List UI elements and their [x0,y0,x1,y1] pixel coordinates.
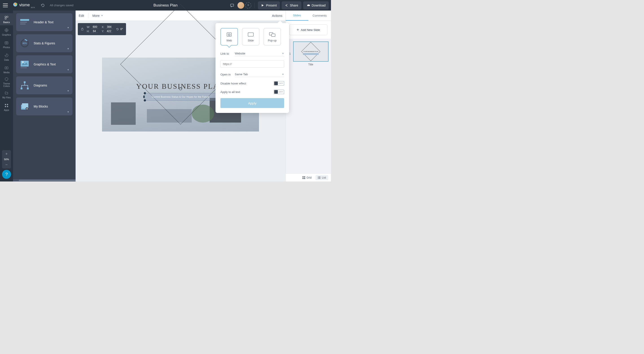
selection-handle[interactable] [144,99,146,101]
view-list-label: List [322,176,326,179]
apply-all-toggle[interactable]: OFF [274,90,284,94]
rail-media[interactable]: Media [0,63,13,75]
block-thumb: ★ [20,101,30,111]
block-my-blocks[interactable]: ★ My Blocks ▼ [16,97,72,115]
chevron-down-icon: ▼ [67,26,69,29]
h-scrollbar[interactable] [13,179,76,181]
rail-label: Data [4,59,9,61]
zoom-out[interactable]: − [6,163,8,167]
height-input[interactable] [91,29,98,33]
zoom-control: + 50% − [2,150,11,168]
svg-rect-16 [20,22,27,23]
rail-graphics[interactable]: Graphics [0,26,13,38]
open-in-select[interactable]: Same Tab ▼ [235,72,284,77]
url-input[interactable] [220,60,284,68]
apply-all-label: Apply to all text [220,90,240,94]
view-grid-label: Grid [306,176,312,179]
lock-icon[interactable] [81,27,84,31]
view-list[interactable]: List [316,175,328,180]
rail-bottom: + 50% − ? [2,150,11,181]
selected-text-element[interactable]: Current Business Status & Our Hopes for … [145,93,216,101]
svg-rect-30 [82,29,83,30]
slide-thumb-label: Title [293,63,328,66]
svg-rect-44 [304,178,305,179]
link-to-value: Website [235,52,245,55]
basics-icon [4,15,9,20]
y-label: Y: [102,30,104,33]
link-to-row: Link to Website ▼ [220,51,284,56]
rotate-handle[interactable] [179,87,182,90]
logo-area: visme BETA All changes saved [12,2,74,9]
block-thumb [20,59,30,69]
action-type-slide[interactable]: Slide [242,28,260,45]
tab-slides[interactable]: Slides [286,10,308,21]
svg-rect-15 [20,19,29,21]
visme-logo[interactable]: visme BETA [12,2,38,9]
present-button[interactable]: Present [258,1,280,9]
divider [254,3,255,8]
edit-button[interactable]: Edit [79,14,84,17]
rail-theme-colors[interactable]: Theme Colors [0,76,13,88]
zoom-in[interactable]: + [6,152,8,156]
share-label: Share [290,3,298,7]
width-input[interactable] [91,25,98,29]
comment-icon[interactable] [228,2,236,9]
chevron-down-icon: ▼ [67,68,69,71]
add-slide-button[interactable]: + Add New Slide [289,24,328,35]
zoom-value: 50% [4,158,9,161]
share-button[interactable]: Share [282,1,301,9]
block-graphics-text[interactable]: Graphics & Text ▼ [16,55,72,73]
svg-rect-50 [319,178,320,179]
svg-rect-11 [5,104,6,105]
slide-thumbnail[interactable]: YOUR BUSINESS PLAN [293,41,328,62]
rail-label: Graphics [2,34,11,36]
open-in-value: Same Tab [235,73,248,76]
action-type-web[interactable]: Web [220,28,238,45]
svg-rect-40 [272,34,275,36]
undo-button[interactable] [40,3,45,8]
rail-apps[interactable]: Apps [0,101,13,113]
rail-photos[interactable]: Photos [0,38,13,50]
user-avatar[interactable] [238,2,244,9]
svg-text:visme: visme [19,3,30,7]
rail-my-files[interactable]: My Files [0,88,13,101]
slide-number: 1 [289,52,291,55]
svg-rect-43 [302,178,304,179]
block-stats-figures[interactable]: 40% Stats & Figures ▼ [16,34,72,52]
more-dropdown[interactable]: More ▼ [92,14,103,17]
link-to-select[interactable]: Website ▼ [235,51,284,56]
palette-icon [4,77,9,81]
action-type-label: Slide [248,39,254,42]
selection-handle[interactable] [143,95,145,98]
topbar: visme BETA All changes saved Business Pl… [0,0,331,10]
rail-label: Photos [3,46,10,49]
block-header-text[interactable]: Header & Text ▼ [16,13,72,31]
right-tabs: Slides Comments [286,10,331,21]
canvas-area: Edit More ▼ Actions W: H: X: Y: 0° [76,10,286,181]
project-title[interactable]: Business Plan [154,3,178,7]
thumb-title: YOUR BUSINESS PLAN [303,51,318,52]
rail-data[interactable]: Data [0,51,13,63]
selection-handle[interactable] [144,92,146,94]
help-button[interactable]: ? [2,170,11,179]
dimension-box: W: H: X: Y: 0° [78,23,126,35]
view-grid[interactable]: Grid [300,175,314,180]
slide-thumb-item[interactable]: 1 YOUR BUSINESS PLAN Title [289,41,328,66]
y-input[interactable] [106,29,112,33]
apps-icon [4,103,9,108]
download-button[interactable]: Download [303,1,329,9]
x-input[interactable] [106,25,113,29]
rotation-control[interactable]: 0° [116,27,123,31]
slide-subtitle: Current Business Status & Our Hopes for … [152,96,209,98]
rail-basics[interactable]: Basics [0,13,13,25]
svg-rect-42 [304,176,305,177]
add-user-button[interactable]: + [245,2,251,8]
block-diagrams[interactable]: Diagrams ▼ [16,76,72,94]
disable-hover-toggle[interactable]: OFF [274,81,284,86]
apply-button[interactable]: Apply [220,98,284,108]
action-type-popup[interactable]: Pop-up [264,28,281,45]
hamburger-menu[interactable] [0,0,11,10]
tab-comments[interactable]: Comments [308,11,331,20]
svg-point-45 [318,176,319,177]
actions-button[interactable]: Actions [272,14,282,17]
